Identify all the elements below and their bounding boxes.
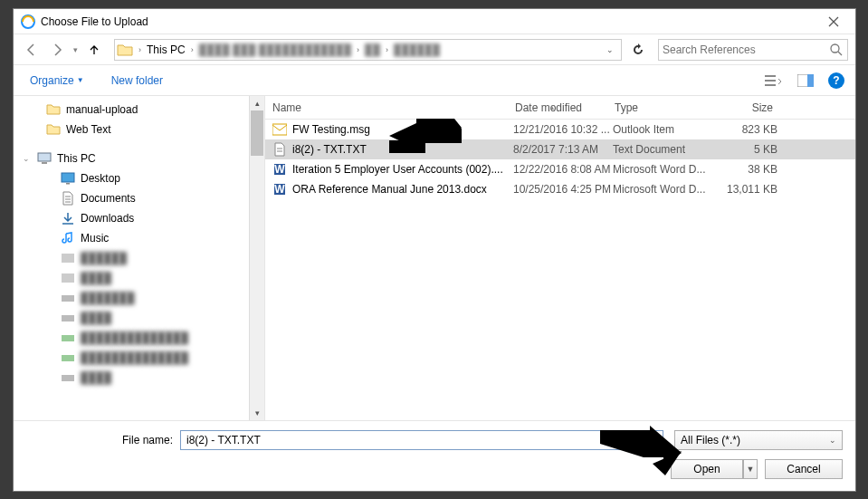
refresh-button[interactable]	[625, 39, 651, 61]
chevron-right-icon: ›	[189, 45, 196, 54]
file-open-dialog: Choose File to Upload ▾ › This PC › ████…	[13, 8, 856, 492]
preview-pane-button[interactable]	[792, 70, 819, 91]
nav-label: ████	[81, 312, 111, 324]
nav-folder-manual-upload[interactable]: manual-upload	[14, 100, 249, 120]
file-list-pane: Name▴ Date modified Type Size FW Testing…	[265, 96, 855, 420]
address-dropdown[interactable]: ⌄	[601, 45, 619, 54]
bottom-bar: File name: ⌄ All Files (*.*) ⌄ Open ▼ Ca…	[14, 420, 855, 491]
col-name[interactable]: Name▴	[265, 96, 508, 119]
close-button[interactable]	[814, 10, 854, 34]
help-button[interactable]: ?	[828, 72, 844, 89]
up-button[interactable]	[83, 39, 105, 61]
dialog-body: manual-upload Web Text ⌄ This PC Desktop	[14, 96, 855, 420]
nav-label: Documents	[81, 192, 136, 205]
breadcrumb-blurred[interactable]: ██	[361, 43, 384, 56]
svg-rect-14	[62, 315, 74, 321]
file-row[interactable]: i8(2) - TXT.TXT8/2/2017 7:13 AMText Docu…	[265, 139, 855, 159]
file-icon: W	[272, 182, 287, 197]
expand-caret-icon[interactable]: ⌄	[23, 154, 32, 163]
breadcrumb-blurred[interactable]: ██████	[390, 43, 444, 56]
recent-locations-dropdown[interactable]: ▾	[72, 45, 80, 54]
filename-label: File name:	[26, 434, 180, 446]
nav-music[interactable]: Music	[14, 228, 249, 248]
breadcrumb-this-pc[interactable]: This PC	[143, 40, 189, 60]
svg-rect-6	[807, 74, 814, 87]
music-icon	[61, 231, 75, 245]
search-input[interactable]	[663, 41, 829, 59]
buttons-row: Open ▼ Cancel	[26, 459, 843, 479]
file-size: 5 KB	[714, 143, 787, 156]
svg-rect-13	[62, 295, 74, 302]
filename-dropdown[interactable]: ⌄	[641, 436, 657, 445]
organize-menu[interactable]: Organize ▼	[24, 71, 90, 91]
open-button[interactable]: Open	[671, 459, 743, 479]
svg-rect-15	[62, 335, 74, 341]
scroll-down-icon[interactable]: ▾	[250, 406, 264, 420]
chevron-right-icon: ›	[137, 45, 143, 54]
nav-blurred-item[interactable]: ████	[14, 268, 249, 288]
file-rows: FW Testing.msg12/21/2016 10:32 ...Outloo…	[265, 120, 855, 199]
file-row[interactable]: WIteration 5 Employer User Accounts (002…	[265, 159, 855, 179]
svg-text:W: W	[274, 183, 285, 196]
view-options-button[interactable]	[759, 70, 787, 91]
nav-label: ████	[81, 272, 111, 284]
nav-blurred-item[interactable]: ██████████████	[14, 328, 249, 348]
col-type[interactable]: Type	[607, 96, 709, 119]
file-row[interactable]: WORA Reference Manual June 2013.docx10/2…	[265, 179, 855, 199]
open-label: Open	[693, 463, 720, 475]
open-split-button[interactable]: ▼	[743, 459, 758, 479]
nav-blurred-item[interactable]: ███████	[14, 288, 249, 308]
filename-input[interactable]	[186, 434, 641, 446]
file-type: Text Document	[613, 143, 714, 156]
svg-rect-10	[66, 183, 70, 185]
nav-folder-web-text[interactable]: Web Text	[14, 120, 249, 139]
back-button[interactable]	[21, 39, 43, 61]
file-type-filter[interactable]: All Files (*.*) ⌄	[674, 430, 843, 450]
col-date[interactable]: Date modified	[508, 96, 607, 119]
svg-rect-16	[62, 355, 74, 361]
folder-icon	[61, 271, 75, 285]
nav-tree[interactable]: manual-upload Web Text ⌄ This PC Desktop	[14, 96, 249, 420]
scroll-up-icon[interactable]: ▴	[250, 96, 264, 110]
file-size: 38 KB	[714, 163, 787, 176]
file-size: 13,011 KB	[714, 183, 787, 196]
sort-asc-icon: ▴	[550, 103, 554, 111]
documents-icon	[61, 191, 75, 206]
new-folder-button[interactable]: New folder	[106, 71, 168, 91]
nav-desktop[interactable]: Desktop	[14, 168, 249, 188]
network-icon	[61, 350, 75, 365]
svg-rect-11	[62, 254, 74, 263]
search-box[interactable]	[658, 39, 848, 61]
file-type: Outlook Item	[613, 123, 714, 136]
scroll-thumb[interactable]	[251, 110, 263, 156]
filename-combo[interactable]: ⌄	[180, 430, 663, 450]
toolbar: Organize ▼ New folder ?	[14, 65, 855, 96]
drive-icon	[61, 311, 75, 325]
file-row[interactable]: FW Testing.msg12/21/2016 10:32 ...Outloo…	[265, 120, 855, 139]
file-icon: W	[272, 162, 287, 177]
breadcrumb-blurred[interactable]: ████ ███ ████████████	[196, 43, 355, 56]
svg-rect-12	[62, 273, 74, 283]
nav-documents[interactable]: Documents	[14, 188, 249, 208]
file-date: 12/21/2016 10:32 ...	[513, 123, 613, 136]
organize-label: Organize	[30, 74, 74, 87]
col-date-label: Date modified	[515, 101, 582, 114]
nav-this-pc[interactable]: ⌄ This PC	[14, 149, 249, 168]
nav-downloads[interactable]: Downloads	[14, 208, 249, 228]
address-bar[interactable]: › This PC › ████ ███ ████████████ › ██ ›…	[114, 39, 622, 61]
ie-icon	[21, 14, 35, 29]
col-size[interactable]: Size	[709, 96, 781, 119]
forward-button[interactable]	[46, 39, 68, 61]
computer-icon	[37, 151, 52, 166]
nav-blurred-item[interactable]: ██████	[14, 248, 249, 268]
cancel-button[interactable]: Cancel	[765, 459, 843, 479]
address-row: ▾ › This PC › ████ ███ ████████████ › ██…	[14, 34, 855, 65]
network-icon	[61, 331, 75, 345]
nav-blurred-item[interactable]: ██████████████	[14, 348, 249, 368]
nav-blurred-item[interactable]: ████	[14, 368, 249, 388]
nav-blurred-item[interactable]: ████	[14, 308, 249, 328]
svg-rect-18	[272, 124, 287, 135]
nav-label: ██████████████	[81, 351, 188, 364]
network-icon	[61, 370, 75, 385]
nav-scrollbar[interactable]: ▴ ▾	[249, 96, 264, 420]
